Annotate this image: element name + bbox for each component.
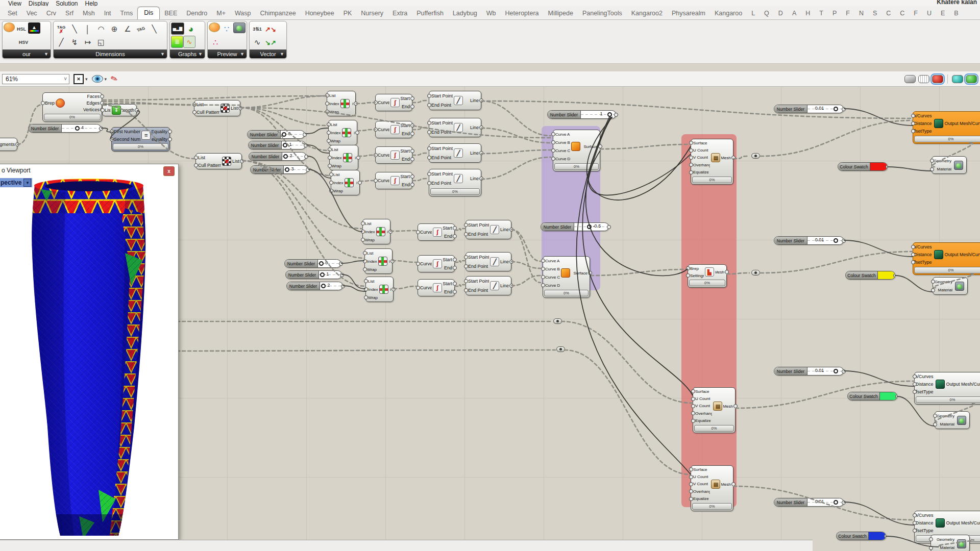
chevron-down-icon: ˅ bbox=[64, 76, 67, 82]
hsv-icon[interactable]: HSV bbox=[17, 36, 30, 49]
menu-help[interactable]: Help bbox=[85, 0, 98, 6]
tab-wb[interactable]: Wb bbox=[482, 8, 501, 19]
camera-dropdown[interactable]: pective ▼ bbox=[0, 178, 32, 187]
hsl-icon[interactable]: HSL bbox=[15, 22, 28, 36]
tab-crv[interactable]: Crv bbox=[42, 8, 61, 19]
dim-line-b-icon[interactable]: ╱ bbox=[55, 36, 68, 49]
red-gem-icon[interactable] bbox=[4, 22, 15, 32]
panel-label[interactable]: Graphs▼ bbox=[170, 49, 205, 58]
tab-c[interactable]: C bbox=[895, 8, 909, 19]
tag-icon[interactable]: TAG bbox=[133, 21, 150, 37]
tab-panelingtools[interactable]: PanelingTools bbox=[578, 8, 627, 19]
tab-m+[interactable]: M+ bbox=[212, 8, 230, 19]
histogram-icon[interactable]: ▅▂▇ bbox=[171, 22, 184, 35]
preview-eye-icon[interactable] bbox=[92, 75, 103, 83]
tab-millipede[interactable]: Millipede bbox=[544, 8, 578, 19]
menu-solution[interactable]: Solution bbox=[56, 0, 78, 6]
gradient-bars-icon[interactable]: ≣ bbox=[171, 36, 183, 48]
selected-shaded-gem[interactable] bbox=[966, 75, 977, 83]
tab-trns[interactable]: Trns bbox=[116, 8, 138, 19]
tab-vec[interactable]: Vec bbox=[22, 8, 42, 19]
panel-label[interactable]: our▼ bbox=[3, 49, 51, 58]
chevron-down-icon: ▼ bbox=[240, 52, 244, 57]
tab-nursery[interactable]: Nursery bbox=[356, 8, 388, 19]
dim-line-a-icon[interactable]: ╲ bbox=[148, 22, 161, 36]
gem-orange-icon[interactable] bbox=[209, 22, 220, 32]
tab-heteroptera[interactable]: Heteroptera bbox=[501, 8, 544, 19]
tab-f[interactable]: F bbox=[841, 8, 854, 19]
menu-display[interactable]: Display bbox=[29, 0, 48, 6]
tab-h[interactable]: H bbox=[801, 8, 815, 19]
tab-b[interactable]: B bbox=[949, 8, 963, 19]
tab-a[interactable]: A bbox=[788, 8, 801, 19]
camera-name: pective bbox=[1, 179, 21, 186]
tab-extra[interactable]: Extra bbox=[388, 8, 412, 19]
tab-pufferfish[interactable]: Pufferfish bbox=[412, 8, 448, 19]
chevron-down-icon: ▼ bbox=[280, 52, 284, 57]
selected-only-gem[interactable] bbox=[952, 75, 963, 83]
viewport-preview-icon[interactable] bbox=[233, 22, 246, 33]
tab-c[interactable]: C bbox=[881, 8, 895, 19]
tab-e[interactable]: E bbox=[936, 8, 949, 19]
arrows-green-icon[interactable]: ↘↗ bbox=[264, 36, 277, 49]
viewport-canvas[interactable] bbox=[0, 178, 178, 539]
panel-label[interactable]: Dimensions▼ bbox=[54, 49, 167, 58]
zoom-extents-icon[interactable]: ✕ bbox=[74, 74, 84, 84]
tag-delete-icon[interactable]: TAG✗ bbox=[55, 22, 68, 36]
tab-d[interactable]: D bbox=[774, 8, 788, 19]
tab-u[interactable]: U bbox=[922, 8, 936, 19]
preview-wire-gem[interactable] bbox=[918, 75, 929, 83]
tab-honeybee[interactable]: Honeybee bbox=[301, 8, 339, 19]
tab-t[interactable]: T bbox=[815, 8, 828, 19]
tab-msh[interactable]: Msh bbox=[78, 8, 100, 19]
preview-off-gem[interactable] bbox=[904, 75, 916, 83]
sort-icon[interactable]: 3⇅1 bbox=[251, 22, 264, 36]
tab-set[interactable]: Set bbox=[3, 8, 22, 19]
dim-box-icon[interactable]: ◱ bbox=[94, 36, 108, 49]
dim-polyline-icon[interactable]: ╲ bbox=[68, 22, 81, 36]
dim-arc-icon[interactable]: ◠ bbox=[94, 22, 108, 36]
preview-shaded-gem[interactable] bbox=[932, 75, 943, 83]
tab-s[interactable]: S bbox=[868, 8, 881, 19]
tab-kangaroo2[interactable]: Kangaroo2 bbox=[627, 8, 667, 19]
tab-p[interactable]: P bbox=[828, 8, 841, 19]
dim-arrow-icon[interactable]: ↦ bbox=[81, 36, 94, 49]
tab-ladybug[interactable]: Ladybug bbox=[448, 8, 482, 19]
zoom-combo[interactable]: 61% ˅ bbox=[2, 74, 69, 84]
pie-chart-icon[interactable]: ◕ bbox=[184, 22, 198, 36]
tab-srf[interactable]: Srf bbox=[61, 8, 78, 19]
user-name: Khatere kalan bbox=[937, 0, 977, 6]
tab-bee[interactable]: BEE bbox=[160, 8, 182, 19]
panel-label[interactable]: Preview▼ bbox=[208, 49, 247, 58]
tab-f[interactable]: F bbox=[909, 8, 922, 19]
tab-n[interactable]: N bbox=[854, 8, 868, 19]
panel-label[interactable]: Vector▼ bbox=[250, 49, 286, 58]
close-icon[interactable]: x bbox=[163, 166, 175, 176]
rhino-viewport-window[interactable]: o Viewport x bbox=[0, 164, 179, 540]
spacer-icon[interactable] bbox=[4, 36, 17, 49]
line-graph-icon[interactable]: ∿ bbox=[183, 36, 195, 48]
dots-magenta-icon[interactable]: ∴ bbox=[209, 36, 222, 49]
prism-icon[interactable]: ▲ bbox=[28, 22, 40, 34]
ribbon-panel-preview: ∵∴Preview▼ bbox=[207, 21, 247, 59]
menu-view[interactable]: View bbox=[8, 0, 21, 6]
chevron-down-icon[interactable]: ▾ bbox=[105, 77, 107, 82]
tab-dis[interactable]: Dis bbox=[137, 7, 160, 19]
arrows-red-icon[interactable]: ↗↘ bbox=[264, 22, 277, 36]
sketch-pen-icon[interactable]: ✎ bbox=[109, 73, 119, 84]
dim-vertical-icon[interactable]: │ bbox=[81, 22, 94, 36]
squiggle-arrow-icon[interactable]: ∿ bbox=[251, 36, 264, 49]
chevron-down-icon[interactable]: ▾ bbox=[85, 77, 88, 82]
tab-dendro[interactable]: Dendro bbox=[182, 8, 212, 19]
tab-wasp[interactable]: Wasp bbox=[230, 8, 256, 19]
dim-curve-icon[interactable]: ↯ bbox=[68, 36, 81, 49]
tab-physarealm[interactable]: Physarealm bbox=[667, 8, 710, 19]
dim-cylinder-icon[interactable]: ⊕ bbox=[108, 22, 121, 36]
tab-chimpanzee[interactable]: Chimpanzee bbox=[255, 8, 300, 19]
dots-blue-icon[interactable]: ∵ bbox=[220, 22, 233, 36]
tab-pk[interactable]: PK bbox=[339, 8, 357, 19]
tab-int[interactable]: Int bbox=[100, 8, 116, 19]
tab-q[interactable]: Q bbox=[760, 8, 774, 19]
tab-kangaroo[interactable]: Kangaroo bbox=[710, 8, 747, 19]
tab-l[interactable]: L bbox=[747, 8, 760, 19]
